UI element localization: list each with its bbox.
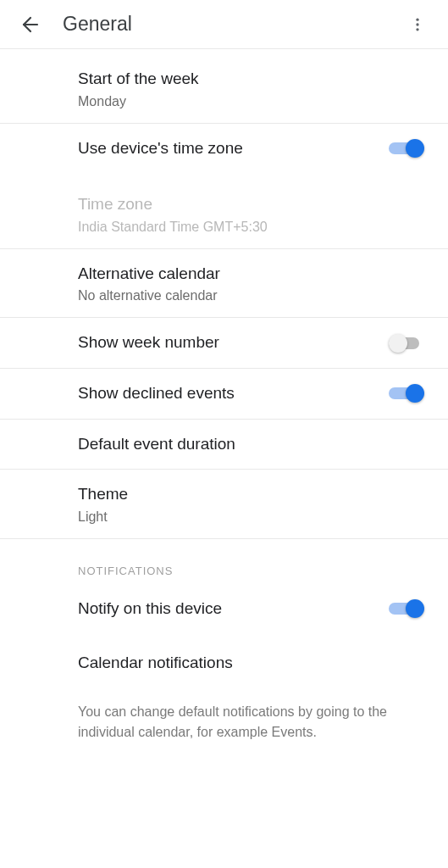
show-declined-events-switch[interactable] bbox=[389, 383, 424, 403]
theme-value: Light bbox=[78, 509, 424, 525]
more-vert-icon bbox=[409, 16, 426, 33]
show-week-number-switch[interactable] bbox=[389, 333, 424, 353]
notify-on-device-switch[interactable] bbox=[389, 598, 424, 619]
alternative-calendar-value: No alternative calendar bbox=[78, 288, 424, 303]
notifications-hint: You can change default notifications by … bbox=[0, 688, 448, 743]
show-declined-events-title: Show declined events bbox=[78, 382, 379, 405]
show-week-number-row[interactable]: Show week number bbox=[0, 318, 448, 369]
timezone-value: India Standard Time GMT+5:30 bbox=[78, 220, 424, 235]
alternative-calendar-title: Alternative calendar bbox=[78, 263, 424, 286]
svg-point-2 bbox=[416, 23, 418, 25]
notify-on-device-row[interactable]: Notify on this device bbox=[0, 584, 448, 634]
use-device-timezone-switch[interactable] bbox=[389, 138, 424, 159]
start-of-week-row[interactable]: Start of the week Monday bbox=[0, 51, 448, 124]
show-week-number-title: Show week number bbox=[78, 331, 379, 354]
notify-on-device-title: Notify on this device bbox=[78, 598, 379, 620]
use-device-timezone-title: Use device's time zone bbox=[78, 137, 379, 160]
calendar-notifications-row[interactable]: Calendar notifications bbox=[0, 633, 448, 688]
timezone-title: Time zone bbox=[78, 193, 424, 216]
timezone-row: Time zone India Standard Time GMT+5:30 bbox=[0, 173, 448, 248]
show-declined-events-row[interactable]: Show declined events bbox=[0, 369, 448, 420]
app-bar: General bbox=[0, 0, 448, 49]
default-event-duration-row[interactable]: Default event duration bbox=[0, 420, 448, 470]
svg-point-1 bbox=[416, 18, 418, 20]
alternative-calendar-row[interactable]: Alternative calendar No alternative cale… bbox=[0, 249, 448, 319]
use-device-timezone-row[interactable]: Use device's time zone bbox=[0, 124, 448, 174]
start-of-week-title: Start of the week bbox=[78, 68, 424, 91]
default-event-duration-title: Default event duration bbox=[78, 433, 424, 456]
start-of-week-value: Monday bbox=[78, 94, 424, 109]
theme-row[interactable]: Theme Light bbox=[0, 470, 448, 539]
svg-point-3 bbox=[416, 28, 418, 31]
arrow-back-icon bbox=[20, 14, 41, 35]
back-button[interactable] bbox=[14, 8, 47, 42]
notifications-section-label: Notifications bbox=[0, 539, 448, 584]
calendar-notifications-title: Calendar notifications bbox=[78, 652, 424, 675]
theme-title: Theme bbox=[78, 483, 424, 506]
page-title: General bbox=[63, 13, 401, 36]
more-button[interactable] bbox=[401, 8, 434, 42]
